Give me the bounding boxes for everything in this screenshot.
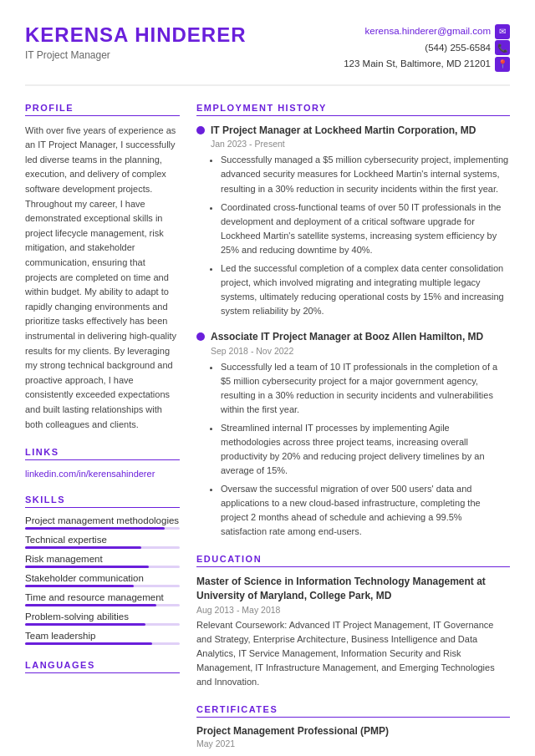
job-dot xyxy=(196,126,205,134)
edu-coursework: Relevant Coursework: Advanced IT Project… xyxy=(196,618,510,689)
left-column: PROFILE With over five years of experien… xyxy=(25,103,180,756)
skill-bar-bg xyxy=(25,604,180,606)
job-date: Sep 2018 - Nov 2022 xyxy=(211,346,510,356)
skill-bar-bg xyxy=(25,585,180,587)
skill-name: Time and resource management xyxy=(25,592,180,602)
skill-bar-fill xyxy=(25,527,165,530)
education-list: Master of Science in Information Technol… xyxy=(196,575,510,689)
profile-section: PROFILE With over five years of experien… xyxy=(25,103,180,432)
skills-title: SKILLS xyxy=(25,495,180,508)
job-title: Associate IT Project Manager at Booz All… xyxy=(211,330,483,344)
cert-date: May 2021 xyxy=(196,738,510,748)
skill-name: Problem-solving abilities xyxy=(25,611,180,622)
skill-item: Technical expertise xyxy=(25,535,180,549)
job-bullets: Successfully led a team of 10 IT profess… xyxy=(211,360,510,540)
cert-name: Project Management Professional (PMP) xyxy=(196,725,510,737)
job-bullet: Led the successful completion of a compl… xyxy=(221,261,510,318)
links-title: LINKS xyxy=(25,447,180,460)
jobs-list: IT Project Manager at Lockheed Martin Co… xyxy=(196,124,510,540)
profile-text: With over five years of experience as an… xyxy=(25,124,180,432)
job-header: IT Project Manager at Lockheed Martin Co… xyxy=(196,124,510,138)
skill-name: Project management methodologies xyxy=(25,515,180,525)
address-text: 123 Main St, Baltimore, MD 21201 xyxy=(344,56,491,73)
phone-text: (544) 255-6584 xyxy=(425,40,491,57)
certificates-list: Project Management Professional (PMP) Ma… xyxy=(196,725,510,756)
skill-name: Risk management xyxy=(25,554,180,564)
skill-name: Stakeholder communication xyxy=(25,573,180,583)
job-date: Jan 2023 - Present xyxy=(211,139,510,149)
employment-section: EMPLOYMENT HISTORY IT Project Manager at… xyxy=(196,103,510,540)
header: KERENSA HINDERER IT Project Manager kere… xyxy=(25,23,510,86)
certificates-title: CERTIFICATES xyxy=(196,704,510,718)
resume-page: KERENSA HINDERER IT Project Manager kere… xyxy=(0,0,535,756)
skill-bar-bg xyxy=(25,546,180,549)
education-item: Master of Science in Information Technol… xyxy=(196,575,510,689)
job-item: IT Project Manager at Lockheed Martin Co… xyxy=(196,124,510,318)
job-bullets: Successfully managed a $5 million cybers… xyxy=(211,153,510,318)
skill-item: Project management methodologies xyxy=(25,515,180,530)
right-column: EMPLOYMENT HISTORY IT Project Manager at… xyxy=(196,103,510,756)
skills-list: Project management methodologies Technic… xyxy=(25,515,180,645)
profile-title: PROFILE xyxy=(25,103,180,116)
skill-bar-bg xyxy=(25,566,180,568)
skill-bar-bg xyxy=(25,623,180,626)
edu-degree: Master of Science in Information Technol… xyxy=(196,575,510,603)
skill-bar-fill xyxy=(25,642,152,645)
body: PROFILE With over five years of experien… xyxy=(25,103,510,756)
education-section: EDUCATION Master of Science in Informati… xyxy=(196,554,510,689)
phone-row: (544) 255-6584 📞 xyxy=(344,40,510,57)
skill-name: Team leadership xyxy=(25,631,180,641)
skill-name: Technical expertise xyxy=(25,535,180,545)
job-bullet: Successfully led a team of 10 IT profess… xyxy=(221,360,510,417)
skill-bar-fill xyxy=(25,585,134,587)
skill-bar-fill xyxy=(25,623,145,626)
job-header: Associate IT Project Manager at Booz All… xyxy=(196,330,510,344)
job-bullet: Oversaw the successful migration of over… xyxy=(221,482,510,539)
location-icon: 📍 xyxy=(495,57,510,72)
candidate-title: IT Project Manager xyxy=(25,49,246,61)
certificate-item: Project Management Professional (PMP) Ma… xyxy=(196,725,510,748)
skill-item: Time and resource management xyxy=(25,592,180,606)
job-bullet: Streamlined internal IT processes by imp… xyxy=(221,421,510,478)
skill-item: Risk management xyxy=(25,554,180,568)
header-left: KERENSA HINDERER IT Project Manager xyxy=(25,23,246,61)
skill-bar-fill xyxy=(25,546,141,549)
candidate-name: KERENSA HINDERER xyxy=(25,23,246,47)
employment-title: EMPLOYMENT HISTORY xyxy=(196,103,510,116)
job-bullet: Successfully managed a $5 million cybers… xyxy=(221,153,510,195)
job-item: Associate IT Project Manager at Booz All… xyxy=(196,330,510,539)
skill-bar-fill xyxy=(25,604,156,606)
languages-section: LANGUAGES xyxy=(25,660,180,673)
education-title: EDUCATION xyxy=(196,554,510,567)
skill-bar-fill xyxy=(25,566,149,568)
links-section: LINKS linkedin.com/in/kerensahinderer xyxy=(25,447,180,479)
job-title: IT Project Manager at Lockheed Martin Co… xyxy=(211,124,476,138)
skill-item: Problem-solving abilities xyxy=(25,611,180,626)
skill-bar-bg xyxy=(25,642,180,645)
address-row: 123 Main St, Baltimore, MD 21201 📍 xyxy=(344,56,510,73)
email-icon: ✉ xyxy=(495,24,510,39)
edu-date: Aug 2013 - May 2018 xyxy=(196,605,510,615)
job-dot xyxy=(196,332,205,341)
skill-item: Stakeholder communication xyxy=(25,573,180,587)
job-bullet: Coordinated cross-functional teams of ov… xyxy=(221,200,510,257)
skills-section: SKILLS Project management methodologies … xyxy=(25,495,180,645)
certificates-section: CERTIFICATES Project Management Professi… xyxy=(196,704,510,756)
linkedin-link[interactable]: linkedin.com/in/kerensahinderer xyxy=(25,469,155,479)
skill-bar-bg xyxy=(25,527,180,530)
languages-title: LANGUAGES xyxy=(25,660,180,673)
header-right: kerensa.hinderer@gmail.com ✉ (544) 255-6… xyxy=(344,23,510,73)
phone-icon: 📞 xyxy=(495,40,510,55)
email-link[interactable]: kerensa.hinderer@gmail.com xyxy=(365,23,491,40)
skill-item: Team leadership xyxy=(25,631,180,645)
email-row: kerensa.hinderer@gmail.com ✉ xyxy=(344,23,510,40)
